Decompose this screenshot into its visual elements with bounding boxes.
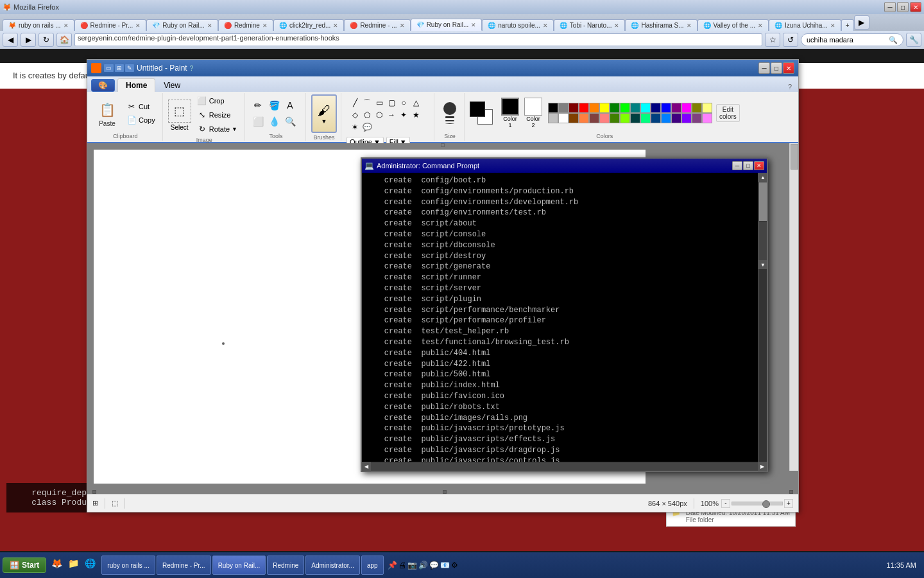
tab-redmine[interactable]: 🔴 Redmine ✕ xyxy=(218,19,273,31)
canvas-handle-top[interactable] xyxy=(441,143,445,147)
swatch-gray[interactable] xyxy=(558,103,569,113)
shape-rect[interactable]: ▭ xyxy=(373,97,385,109)
taskbar-item-ruby[interactable]: ruby on rails ... xyxy=(101,556,155,575)
cmd-hscroll-track[interactable] xyxy=(371,463,758,471)
tab-scroll-right[interactable]: ▶ xyxy=(854,15,869,30)
swatch-orange[interactable] xyxy=(589,103,599,113)
tools-button[interactable]: 🔧 xyxy=(906,33,921,47)
cmd-minimize[interactable]: ─ xyxy=(732,161,742,170)
swatch-darkteal[interactable] xyxy=(630,113,640,123)
color1-button[interactable]: Color 1 xyxy=(499,96,521,130)
tab-close[interactable]: ✕ xyxy=(830,22,835,29)
swatch-lime[interactable] xyxy=(620,103,630,113)
shape-hexagon[interactable]: ⬡ xyxy=(373,109,385,121)
swatch-indigo[interactable] xyxy=(671,113,681,123)
cmd-scroll-right[interactable]: ▶ xyxy=(758,462,767,471)
swatch-white[interactable] xyxy=(558,113,569,123)
swatch-cornflower[interactable] xyxy=(661,113,671,123)
rotate-button[interactable]: ↻ Rotate ▼ xyxy=(194,123,241,136)
cmd-maximize[interactable]: □ xyxy=(743,161,753,170)
tab-close[interactable]: ✕ xyxy=(333,22,338,29)
swatch-darkred[interactable] xyxy=(569,103,579,113)
edit-colors-button[interactable]: Editcolors xyxy=(716,104,740,122)
tab-close[interactable]: ✕ xyxy=(687,22,692,29)
zoom-out-button[interactable]: - xyxy=(721,499,730,508)
swatch-silver[interactable] xyxy=(548,113,558,123)
taskbar-icon-4[interactable]: 🔊 xyxy=(418,561,428,570)
swatch-plum[interactable] xyxy=(692,113,702,123)
tab-close[interactable]: ✕ xyxy=(135,22,141,29)
paint-close[interactable]: ✕ xyxy=(783,62,794,74)
ribbon-tab-home[interactable]: Home xyxy=(117,78,155,92)
tab-close[interactable]: ✕ xyxy=(207,22,212,29)
taskbar-icon-5[interactable]: 💬 xyxy=(429,561,439,570)
shape-roundrect[interactable]: ▢ xyxy=(386,97,397,109)
cmd-scroll-track[interactable] xyxy=(758,222,767,260)
taskbar-icon-1[interactable]: 📌 xyxy=(388,561,397,570)
tab-tobi[interactable]: 🌐 Tobi - Naruto... ✕ xyxy=(554,19,626,31)
browser-close[interactable]: ✕ xyxy=(910,2,921,12)
swatch-magenta[interactable] xyxy=(681,103,692,113)
tab-redmine-2[interactable]: 🔴 Redmine - ... ✕ xyxy=(344,19,410,31)
swatch-orchid[interactable] xyxy=(702,113,712,123)
swatch-chartreuse[interactable] xyxy=(620,113,630,123)
tab-ruby-on-rail-active[interactable]: 💎 Ruby on Rail... ✕ xyxy=(411,19,483,31)
cmd-scroll-left[interactable]: ◀ xyxy=(362,462,371,471)
paint-app-button[interactable]: 🎨 xyxy=(91,79,115,92)
tab-close[interactable]: ✕ xyxy=(400,22,405,29)
shape-callout[interactable]: 💬 xyxy=(361,121,373,133)
shape-ellipse[interactable]: ○ xyxy=(398,97,409,109)
shape-star5[interactable]: ★ xyxy=(410,109,422,121)
taskbar-item-ruby2[interactable]: Ruby on Rail... xyxy=(212,556,266,575)
swatch-rosewood[interactable] xyxy=(589,113,599,123)
tab-ruby-on-rails[interactable]: 🦊 ruby on rails ... ✕ xyxy=(3,19,74,31)
shape-line[interactable]: ╱ xyxy=(349,97,361,109)
text-tool[interactable]: A xyxy=(282,98,298,113)
size-button[interactable] xyxy=(440,99,459,127)
tab-ruby-on-rail-2[interactable]: 💎 Ruby on Rail... ✕ xyxy=(146,19,218,31)
shape-triangle[interactable]: △ xyxy=(410,97,422,109)
home-button[interactable]: 🏠 xyxy=(56,33,72,47)
shape-star4[interactable]: ✦ xyxy=(398,109,409,121)
taskbar-icon-2[interactable]: 🖨 xyxy=(398,561,406,570)
primary-color[interactable] xyxy=(470,101,485,117)
zoom-thumb[interactable] xyxy=(762,500,770,508)
firefox-taskbar-icon[interactable]: 🦊 xyxy=(51,558,62,568)
swatch-lightorange[interactable] xyxy=(579,113,589,123)
swatch-midnightblue[interactable] xyxy=(651,113,661,123)
swatch-cyan[interactable] xyxy=(640,103,651,113)
cut-button[interactable]: ✂ Cut xyxy=(123,100,158,113)
swatch-teal[interactable] xyxy=(630,103,640,113)
cmd-scroll-down[interactable]: ▼ xyxy=(758,260,767,269)
cmd-content[interactable]: create config/boot.rb create config/envi… xyxy=(362,173,767,462)
cmd-scroll-thumb[interactable] xyxy=(759,182,767,221)
ribbon-help[interactable]: ? xyxy=(785,82,794,92)
refresh-button[interactable]: ↺ xyxy=(783,33,798,47)
fill-tool[interactable]: 🪣 xyxy=(266,98,282,113)
swatch-navy[interactable] xyxy=(651,103,661,113)
swatch-green[interactable] xyxy=(610,103,620,113)
start-button[interactable]: 🪟 Start xyxy=(3,557,46,573)
shape-curve[interactable]: ⌒ xyxy=(361,97,373,109)
taskbar-item-cmd[interactable]: Administrator... xyxy=(305,556,360,575)
swatch-yellow[interactable] xyxy=(599,103,610,113)
eraser-tool[interactable]: ⬜ xyxy=(250,114,266,129)
canvas-handle-right[interactable] xyxy=(789,490,793,494)
swatch-salmon[interactable] xyxy=(599,113,610,123)
swatch-olive[interactable] xyxy=(692,103,702,113)
canvas-handle-left[interactable] xyxy=(92,490,96,494)
taskbar-item-redmine2[interactable]: Redmine xyxy=(267,556,304,575)
brushes-button[interactable]: 🖌 ▼ xyxy=(311,94,337,133)
taskbar-icon-7[interactable]: ⚙ xyxy=(451,561,458,570)
crop-button[interactable]: ⬜ Crop xyxy=(194,94,241,107)
browser-maximize[interactable]: □ xyxy=(897,2,909,12)
swatch-lightyellow[interactable] xyxy=(702,103,712,113)
bookmark-button[interactable]: ☆ xyxy=(765,33,780,47)
reload-button[interactable]: ↻ xyxy=(38,33,54,47)
tab-click2try[interactable]: 🌐 click2try_red... ✕ xyxy=(273,19,344,31)
tab-redmine-pr[interactable]: 🔴 Redmine - Pr... ✕ xyxy=(74,19,147,31)
tab-close[interactable]: ✕ xyxy=(758,22,763,29)
pencil-tool[interactable]: ✏ xyxy=(250,98,266,113)
forward-button[interactable]: ▶ xyxy=(21,33,36,47)
canvas-vscroll-thumb[interactable] xyxy=(791,144,798,170)
